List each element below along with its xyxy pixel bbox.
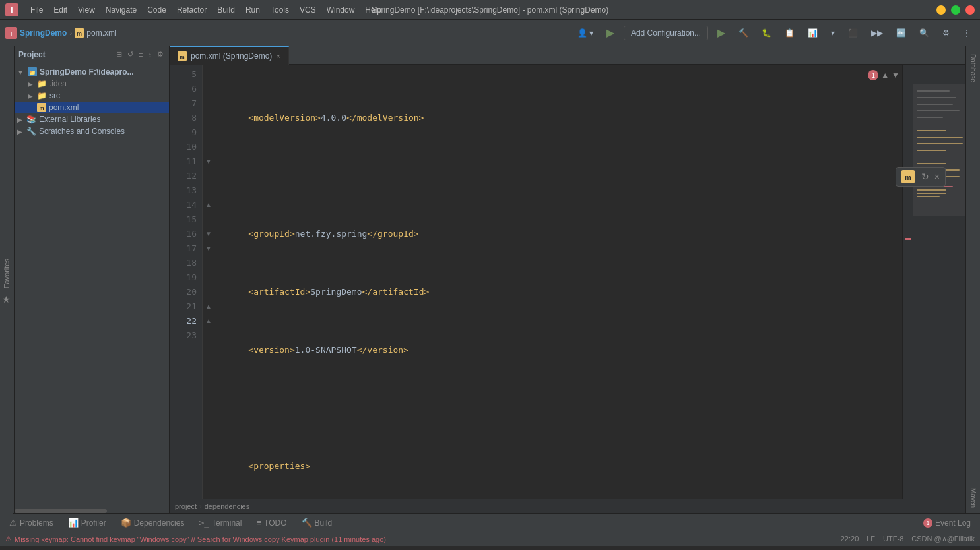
error-indicator[interactable]: 1 ▲ ▼ — [868, 70, 899, 80]
user-button[interactable]: 👤 ▾ — [573, 26, 597, 40]
line-num-6: 6 — [175, 82, 197, 96]
menu-run[interactable]: Run — [242, 4, 264, 16]
status-right: 22:20 LF UTF-8 CSDN @∧@Fillatik — [841, 535, 975, 543]
todo-label: TODO — [264, 518, 286, 528]
terminal-label: Terminal — [212, 518, 242, 528]
bc-dependencies[interactable]: dependencies — [205, 503, 250, 510]
fold-16[interactable]: ▼ — [203, 227, 214, 241]
code-area[interactable]: <modelVersion>4.0.0</modelVersion> <grou… — [214, 65, 902, 499]
menu-code[interactable]: Code — [143, 4, 170, 16]
tree-label-src: src — [49, 91, 60, 100]
project-panel: Project ⊞ ↺ ≡ ↕ ⚙ ▼ 📁 SpringDemo F:\idea… — [15, 46, 170, 513]
fold-14[interactable]: ▲ — [203, 198, 214, 212]
line-ending[interactable]: LF — [866, 535, 875, 543]
stop-button[interactable]: ⬛ — [844, 26, 862, 40]
run-green-button[interactable]: ▶ — [603, 24, 618, 42]
tab-label: pom.xml (SpringDemo) — [191, 51, 272, 61]
minimap — [913, 65, 965, 499]
fold-22[interactable]: ▲ — [203, 314, 214, 328]
tree-item-scratches[interactable]: ▶ 🔧 Scratches and Consoles — [15, 125, 169, 137]
run-config-arrow[interactable]: ▾ — [827, 26, 839, 40]
tab-maven-icon: m — [178, 51, 187, 61]
bottom-tab-profiler[interactable]: 📊 Profiler — [61, 515, 113, 530]
tree-label-root: SpringDemo F:\ideapro... — [40, 67, 134, 76]
menu-vcs[interactable]: VCS — [296, 4, 320, 16]
tree-item-src[interactable]: ▶ 📁 src — [15, 90, 169, 102]
editor-wrapper: m pom.xml (SpringDemo) × 5 6 7 8 9 10 11… — [170, 46, 965, 513]
tree-item-external-libs[interactable]: ▶ 📚 External Libraries — [15, 113, 169, 125]
event-log-button[interactable]: 1 Event Log — [917, 516, 977, 530]
tree-item-pomxml[interactable]: ▶ m pom.xml — [15, 102, 169, 113]
fold-11[interactable]: ▼ — [203, 154, 214, 169]
code-breadcrumb: project › dependencies — [170, 499, 965, 513]
right-tab-maven[interactable]: Maven — [968, 483, 978, 513]
breadcrumb-project[interactable]: SpringDemo — [20, 28, 67, 38]
bottom-tab-problems[interactable]: ⚠ Problems — [3, 515, 60, 530]
line-num-18: 18 — [175, 256, 197, 270]
translate-button[interactable]: 🔤 — [892, 26, 910, 40]
menu-view[interactable]: View — [74, 4, 99, 16]
tab-close-button[interactable]: × — [276, 52, 280, 60]
menu-file[interactable]: File — [26, 4, 47, 16]
editor-tab-pomxml[interactable]: m pom.xml (SpringDemo) × — [170, 46, 289, 65]
line-num-9: 9 — [175, 125, 197, 140]
tree-scrollbar[interactable] — [15, 509, 169, 513]
toolbar: I SpringDemo › m pom.xml 👤 ▾ ▶ Add Confi… — [0, 20, 980, 46]
tree-item-root[interactable]: ▼ 📁 SpringDemo F:\ideapro... — [15, 66, 169, 78]
menu-window[interactable]: Window — [323, 4, 359, 16]
forward-button[interactable]: ▶▶ — [867, 26, 887, 40]
fold-17[interactable]: ▼ — [203, 241, 214, 256]
add-configuration-button[interactable]: Add Configuration... — [624, 26, 708, 40]
build-button[interactable]: 🔨 — [735, 26, 752, 40]
maven-popup-close[interactable]: × — [934, 171, 940, 182]
bottom-tab-build[interactable]: 🔨 Build — [295, 515, 339, 530]
bottom-tab-terminal[interactable]: >_ Terminal — [192, 515, 248, 530]
fold-23 — [203, 328, 214, 343]
menu-build[interactable]: Build — [213, 4, 239, 16]
panel-settings-icon[interactable]: ⚙ — [156, 49, 165, 60]
error-nav-up[interactable]: ▲ — [881, 71, 889, 80]
vertical-scrollbar[interactable] — [902, 65, 913, 499]
debug-button[interactable]: 🐛 — [758, 26, 775, 40]
menu-tools[interactable]: Tools — [267, 4, 293, 16]
breadcrumb-file[interactable]: pom.xml — [86, 28, 116, 38]
search-button[interactable]: 🔍 — [915, 26, 933, 40]
editor-tabs: m pom.xml (SpringDemo) × — [170, 46, 965, 65]
error-nav-down[interactable]: ▼ — [892, 71, 899, 80]
profiler-icon: 📊 — [68, 518, 79, 528]
minimize-button[interactable] — [936, 5, 946, 15]
panel-expand-icon[interactable]: ↕ — [147, 49, 154, 60]
title-bar: I File Edit View Navigate Code Refactor … — [0, 0, 980, 20]
menu-refactor[interactable]: Refactor — [173, 4, 211, 16]
error-badge: 1 — [868, 70, 878, 80]
file-icon-breadcrumb: m — [75, 28, 84, 38]
tree-label-ext: External Libraries — [39, 115, 100, 124]
code-line-7: <groupId>net.fzy.spring</groupId> — [225, 227, 902, 241]
menu-edit[interactable]: Edit — [49, 4, 71, 16]
tree-label-pom: pom.xml — [49, 103, 79, 112]
favorites-star[interactable]: ★ — [2, 294, 11, 305]
panel-layout-icon[interactable]: ⊞ — [115, 49, 123, 60]
bottom-tab-todo[interactable]: ≡ TODO — [249, 515, 293, 530]
fold-10 — [203, 140, 214, 154]
close-button[interactable] — [965, 5, 975, 15]
bottom-tab-dependencies[interactable]: 📦 Dependencies — [114, 515, 191, 530]
charset[interactable]: UTF-8 — [883, 535, 903, 543]
menu-navigate[interactable]: Navigate — [102, 4, 141, 16]
maximize-button[interactable] — [951, 5, 960, 15]
toolbar-right: 👤 ▾ ▶ Add Configuration... ▶ 🔨 🐛 📋 📊 ▾ ⬛… — [573, 24, 975, 42]
status-error: ⚠ Missing keymap: Cannot find keymap "Wi… — [5, 535, 386, 543]
tree-item-idea[interactable]: ▶ 📁 .idea — [15, 78, 169, 90]
more-button[interactable]: ⋮ — [959, 26, 975, 40]
panel-collapse-icon[interactable]: ≡ — [137, 49, 144, 60]
settings-button[interactable]: ⚙ — [938, 26, 954, 40]
panel-sync-icon[interactable]: ↺ — [126, 49, 135, 60]
line-numbers: 5 6 7 8 9 10 11 12 13 14 15 16 17 18 19 … — [170, 65, 203, 499]
run-button[interactable]: ▶ — [713, 24, 729, 42]
bc-project[interactable]: project — [175, 503, 197, 510]
coverage-button[interactable]: 📋 — [781, 26, 799, 40]
profile-button[interactable]: 📊 — [804, 26, 822, 40]
cursor-position[interactable]: 22:20 — [841, 535, 859, 543]
fold-21[interactable]: ▲ — [203, 299, 214, 314]
right-tab-database[interactable]: Database — [968, 49, 978, 88]
